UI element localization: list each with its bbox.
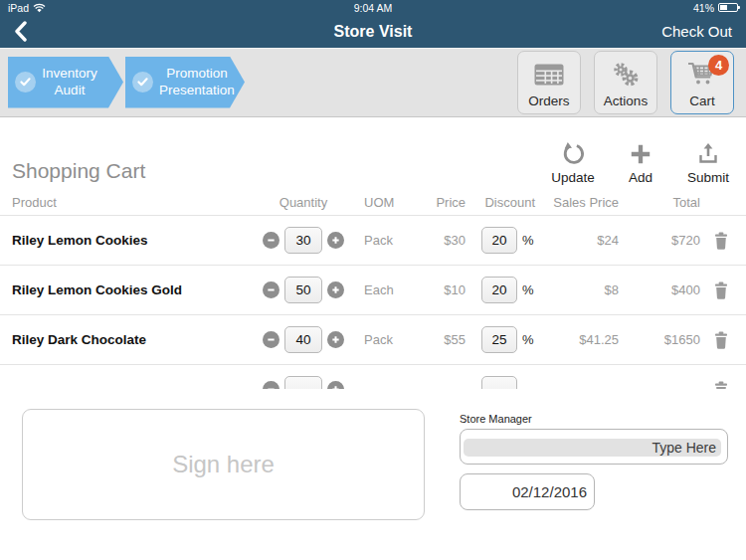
store-visit-screen: iPad 9:04 AM 41% Store Visit Check Out [0, 0, 746, 560]
ios-status-bar: iPad 9:04 AM 41% [0, 0, 746, 15]
sales-price-value: $24 [549, 233, 621, 248]
delete-row-button[interactable] [708, 331, 734, 349]
page-title: Store Visit [0, 23, 746, 41]
discount-input[interactable]: 20 [481, 277, 517, 303]
clock: 9:04 AM [0, 2, 746, 14]
signature-pad[interactable]: Sign here [22, 409, 425, 520]
table-row: Riley Lemon Cookies Gold 50 Each $10 20 … [0, 266, 746, 314]
col-header-sales-price: Sales Price [549, 195, 621, 210]
sales-price-value: $41.25 [549, 332, 621, 347]
quantity-increase-button[interactable] [327, 281, 344, 298]
quantity-increase-button[interactable] [327, 331, 344, 348]
total-value: $720 [627, 233, 700, 248]
percent-label: % [522, 282, 534, 297]
table-header: Product Quantity UOM Price Discount Sale… [0, 189, 746, 215]
date-value: 02/12/2016 [512, 483, 587, 500]
store-manager-input[interactable]: Type Here [460, 429, 728, 465]
workflow-step-inventory-audit[interactable]: Inventory Audit [8, 57, 123, 108]
submit-button[interactable]: Submit [684, 141, 732, 189]
trash-icon [714, 381, 728, 390]
gears-icon [611, 52, 641, 93]
discount-input[interactable]: 20 [481, 227, 517, 254]
check-out-button[interactable]: Check Out [661, 23, 732, 40]
quantity-increase-button[interactable] [327, 381, 344, 389]
cart-button[interactable]: 4 Cart [670, 51, 734, 114]
quantity-input[interactable]: 30 [284, 227, 322, 254]
product-name: Riley Lemon Cookies [12, 233, 260, 248]
store-manager-placeholder: Type Here [652, 440, 716, 456]
battery-icon [718, 3, 738, 12]
quantity-increase-button[interactable] [327, 232, 344, 249]
cart-table: Product Quantity UOM Price Discount Sale… [0, 189, 746, 389]
total-value: $400 [627, 282, 700, 297]
quantity-decrease-button[interactable] [263, 331, 280, 348]
date-field[interactable]: 02/12/2016 [460, 473, 595, 510]
col-header-quantity: Quantity [260, 195, 347, 210]
col-header-price: Price [416, 195, 466, 210]
price-value: $10 [416, 282, 466, 297]
add-button[interactable]: Add [617, 141, 664, 189]
trash-icon [714, 331, 728, 349]
section-title: Shopping Cart [12, 159, 145, 189]
plus-icon [628, 141, 653, 167]
uom-value: Pack [360, 332, 416, 347]
percent-label: % [522, 332, 534, 347]
workflow-step-promotion-presentation[interactable]: Promotion Presentation [125, 57, 245, 108]
submit-button-label: Submit [687, 170, 729, 185]
cart-badge: 4 [708, 55, 729, 76]
discount-input[interactable]: 25 [481, 326, 517, 353]
store-manager-label: Store Manager [460, 413, 728, 425]
uom-value: Each [360, 282, 416, 297]
quantity-input[interactable]: 50 [284, 277, 322, 303]
nav-bar: Store Visit Check Out [0, 15, 746, 48]
uom-value: Pack [360, 233, 416, 248]
toolbar: Inventory Audit Promotion Presentation [0, 48, 746, 117]
col-header-total: Total [627, 195, 700, 210]
update-button[interactable]: Update [549, 141, 597, 189]
price-value: $30 [416, 233, 466, 248]
col-header-product: Product [12, 195, 260, 210]
orders-button[interactable]: Orders [517, 51, 581, 114]
col-header-discount: Discount [481, 195, 541, 210]
discount-input[interactable] [481, 376, 517, 389]
col-header-uom: UOM [360, 195, 416, 210]
upload-icon [696, 141, 720, 167]
product-name: Riley Lemon Cookies Gold [12, 282, 260, 297]
actions-button[interactable]: Actions [594, 51, 657, 114]
percent-label: % [522, 233, 534, 248]
checkout-footer: Sign here Store Manager Type Here 02/12/… [0, 389, 746, 560]
quantity-decrease-button[interactable] [263, 232, 280, 249]
delete-row-button[interactable] [708, 232, 734, 250]
table-row: Riley Lemon Cookies 30 Pack $30 20 % $24… [0, 216, 746, 265]
product-name: Riley Dark Chocolate [12, 332, 260, 347]
trash-icon [714, 232, 728, 250]
trash-icon [714, 281, 728, 299]
check-circle-icon [132, 72, 153, 93]
table-row-partial [0, 365, 746, 389]
sales-price-value: $8 [549, 282, 621, 297]
delete-row-button[interactable] [708, 381, 734, 390]
actions-button-label: Actions [604, 93, 648, 108]
quantity-input[interactable] [284, 376, 322, 389]
add-button-label: Add [629, 170, 653, 185]
refresh-icon [560, 141, 586, 167]
total-value: $1650 [627, 332, 700, 347]
workflow-step-label: Promotion Presentation [153, 66, 241, 99]
orders-table-icon [534, 52, 564, 93]
quantity-decrease-button[interactable] [263, 281, 280, 298]
table-row: Riley Dark Chocolate 40 Pack $55 25 % $4… [0, 315, 746, 364]
workflow-breadcrumb: Inventory Audit Promotion Presentation [8, 57, 245, 108]
cart-button-label: Cart [689, 93, 715, 108]
quantity-input[interactable]: 40 [284, 326, 322, 353]
quantity-decrease-button[interactable] [263, 381, 280, 389]
check-circle-icon [15, 72, 36, 93]
price-value: $55 [416, 332, 466, 347]
signature-placeholder: Sign here [172, 451, 275, 478]
workflow-step-label: Inventory Audit [36, 66, 103, 99]
orders-button-label: Orders [528, 93, 569, 108]
update-button-label: Update [551, 170, 595, 185]
cart-header: Shopping Cart Update Add [0, 117, 746, 189]
delete-row-button[interactable] [708, 281, 734, 299]
